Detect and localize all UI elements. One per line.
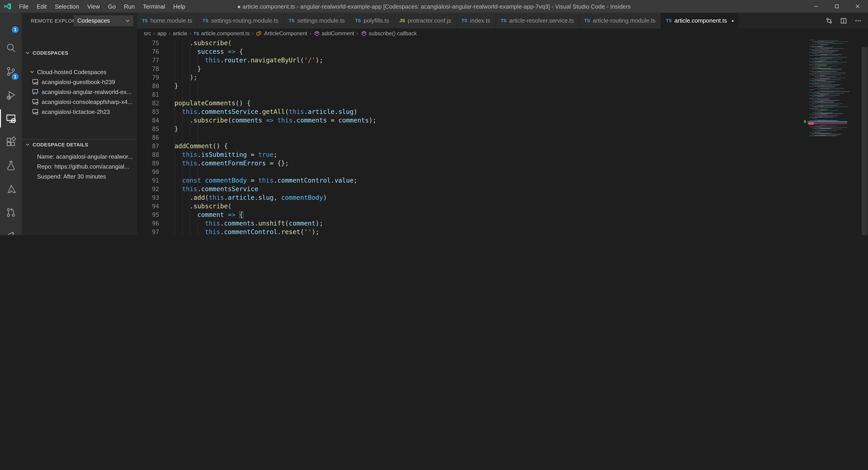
code-line[interactable]: 77 this.router.navigateByUrl('/'); [137,56,868,65]
code-line[interactable]: 97 this.commentControl.reset(''); [137,228,868,235]
activity-search-button[interactable] [0,36,22,60]
breadcrumb-item[interactable]: addComment [313,30,354,37]
breadcrumb: src›app›article›TSarticle.component.ts›A… [137,29,868,38]
section-codespaces[interactable]: CODESPACES [22,48,137,58]
codespace-item[interactable]: acangialosi-angular-realworld-ex... [22,87,137,97]
tab-label: protractor.conf.js [408,17,451,24]
more-actions-icon[interactable] [855,17,862,24]
code-line[interactable]: 88 this.isSubmitting = true; [137,151,868,159]
breadcrumb-separator: › [356,30,358,37]
code-line[interactable]: 78 } [137,65,868,73]
menu-file[interactable]: File [15,2,33,11]
menu-help[interactable]: Help [169,2,189,11]
minimize-button[interactable] [806,0,827,13]
codespace-item[interactable]: acangialosi-tictactoe-2h23 [22,107,137,117]
menu-view[interactable]: View [83,2,104,11]
code-line[interactable]: 90 [137,168,868,176]
code-line[interactable]: 84 .subscribe(comments => this.comments … [137,116,868,125]
extensions-icon [5,136,16,147]
code-line[interactable]: 83 this.commentsService.getAll(this.arti… [137,107,868,116]
code-line[interactable]: 89 this.commentFormErrors = {}; [137,159,868,168]
menu-go[interactable]: Go [104,2,120,11]
code-line[interactable]: 75 .subscribe( [137,39,868,48]
menu-run[interactable]: Run [120,2,139,11]
breadcrumb-item[interactable]: article [173,30,187,37]
maximize-button[interactable] [827,0,847,13]
code-line[interactable]: 79 ); [137,73,868,82]
search-icon [5,42,16,53]
codespace-detail-repo[interactable]: Repo: https://github.com/acangial... [22,161,137,171]
code-line[interactable]: 96 this.comments.unshift(comment); [137,219,868,228]
code-line[interactable]: 87 addComment() { [137,142,868,151]
code-line[interactable]: 86 [137,133,868,142]
tab-article.component.ts[interactable]: TSarticle.component.ts● [661,13,739,29]
chevron-down-icon [124,18,131,24]
tab-settings.module.ts[interactable]: TSsettings.module.ts [284,13,350,29]
tab-article-routing.module.ts[interactable]: TSarticle-routing.module.ts [579,13,661,29]
line-number: 85 [137,125,159,133]
line-number: 96 [137,219,159,228]
remote-picker-dropdown[interactable]: Codespaces [74,15,133,26]
tree-item-cloud-hosted-codespaces[interactable]: Cloud-hosted Codespaces [22,67,137,77]
code-line[interactable]: 94 .subscribe( [137,202,868,211]
menu-selection[interactable]: Selection [51,2,83,11]
split-editor-icon[interactable] [840,17,847,24]
code-text: ); [159,73,197,82]
code-line[interactable]: 76 success => { [137,48,868,56]
code-text: populateComments() { [159,99,251,107]
breadcrumb-item[interactable]: ArticleComponent [256,30,307,37]
breadcrumb-item[interactable]: src [144,30,151,37]
code-line[interactable]: 93 .add(this.article.slug, commentBody) [137,193,868,202]
code-line[interactable]: 80 } [137,82,868,90]
breadcrumb-item[interactable]: app [157,30,166,37]
line-number: 94 [137,202,159,211]
codespace-detail-name: Name: acangialosi-angular-realwor... [22,151,137,161]
codespace-item[interactable]: acangialosi-guestbook-h239 [22,77,137,87]
minimap[interactable] [807,39,847,235]
section-codespace-details[interactable]: CODESPACE DETAILS [22,139,137,150]
activity-test-button[interactable] [0,154,22,177]
activity-extensions-button[interactable] [0,130,22,154]
codespace-detail-suspend: Suspend: After 30 minutes [22,171,137,181]
live-share-icon [5,230,16,235]
activity-run-debug-button[interactable] [0,83,22,107]
code-text: this.commentsService [159,185,258,193]
activity-source-control-button[interactable]: 1 [0,60,22,83]
tab-protractor.conf.js[interactable]: JSprotractor.conf.js [395,13,457,29]
tab-home.module.ts[interactable]: TShome.module.ts [137,13,198,29]
open-changes-icon[interactable] [826,17,833,24]
tab-polyfills.ts[interactable]: TSpolyfills.ts [350,13,395,29]
tab-label: home.module.ts [151,17,192,24]
activity-github-pr-button[interactable] [0,201,22,224]
activity-explorer-button[interactable]: 1 [0,13,22,36]
breadcrumb-item[interactable]: TSarticle.component.ts [193,30,250,37]
activity-remote-explorer-button[interactable] [0,107,22,130]
method-symbol-icon [313,30,320,37]
code-editor[interactable]: 75 .subscribe(76 success => {77 this.rou… [137,38,868,235]
code-line[interactable]: 95 comment => { [137,211,868,219]
editor-scrollbar[interactable] [862,47,868,235]
ts-file-icon: TS [584,18,590,23]
indent-guide [182,38,183,235]
code-line[interactable]: 92 this.commentsService [137,185,868,193]
code-text: this.comments.unshift(comment); [159,219,323,228]
line-number: 77 [137,56,159,65]
code-text: comment => { [159,211,243,219]
menu-edit[interactable]: Edit [33,2,51,11]
breadcrumb-item[interactable]: subscribe() callback [361,30,416,37]
code-line[interactable]: 85 } [137,125,868,133]
codespace-item[interactable]: acangialosi-consoleappfsharp-x4... [22,97,137,107]
codespace-label: acangialosi-angular-realworld-ex... [41,88,131,95]
code-line[interactable]: 82 populateComments() { [137,99,868,107]
code-line[interactable]: 81 [137,90,868,99]
tab-settings-routing.module.ts[interactable]: TSsettings-routing.module.ts [198,13,284,29]
indent-guide [197,38,198,235]
menu-terminal[interactable]: Terminal [139,2,169,11]
activity-azure-button[interactable] [0,177,22,201]
tab-index.ts[interactable]: TSindex.ts [457,13,496,29]
tab-article-resolver.service.ts[interactable]: TSarticle-resolver.service.ts [496,13,579,29]
line-number: 93 [137,193,159,202]
close-button[interactable] [847,0,868,13]
code-line[interactable]: 91 const commentBody = this.commentContr… [137,176,868,185]
activity-live-share-button[interactable] [0,224,22,235]
